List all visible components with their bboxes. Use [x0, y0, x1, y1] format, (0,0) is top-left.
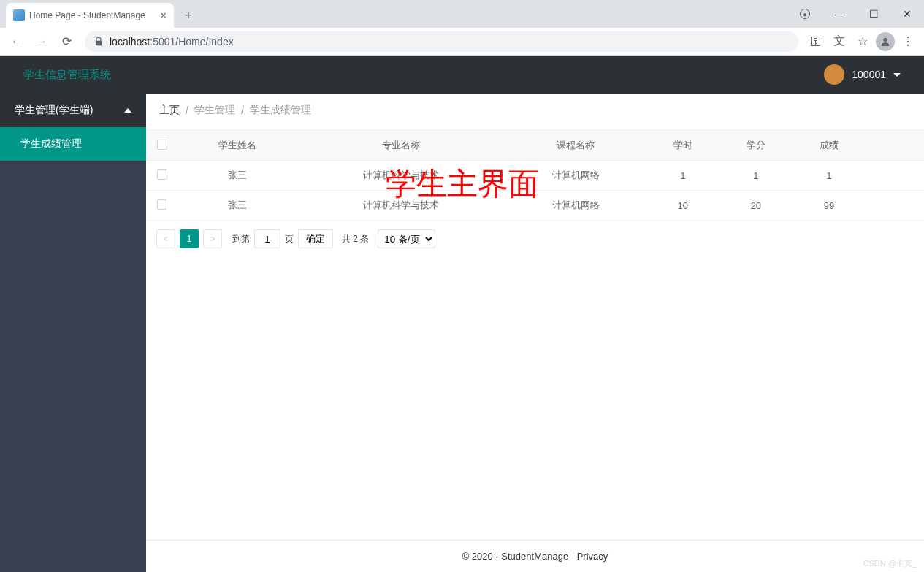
lock-icon — [93, 37, 104, 47]
cell-hours: 10 — [646, 191, 719, 221]
sidebar-group-label: 学生管理(学生端) — [15, 104, 93, 117]
new-tab-button[interactable]: + — [178, 5, 199, 26]
pager-next-button[interactable]: > — [203, 229, 222, 248]
table-row[interactable]: 张三 计算机科学与技术 计算机网络 10 20 99 — [146, 191, 924, 221]
window-maximize-button[interactable]: ☐ — [857, 3, 890, 25]
window-close-button[interactable]: ✕ — [890, 3, 924, 25]
row-checkbox[interactable] — [157, 199, 167, 210]
breadcrumb-l2[interactable]: 学生管理 — [194, 104, 235, 117]
svg-point-0 — [883, 37, 887, 41]
url-text: localhost:5001/Home/Index — [110, 36, 234, 47]
breadcrumb-sep: / — [186, 104, 188, 116]
browser-tab[interactable]: Home Page - StudentManage × — [6, 3, 174, 28]
bookmark-star-icon[interactable]: ☆ — [852, 31, 873, 52]
pager-page-1[interactable]: 1 — [180, 229, 199, 248]
back-button[interactable]: ← — [6, 31, 28, 53]
translate-icon[interactable]: 文 — [829, 31, 849, 52]
cell-credit: 20 — [719, 191, 793, 221]
cell-course: 计算机网络 — [505, 191, 646, 221]
pager-confirm-button[interactable]: 确定 — [298, 229, 333, 248]
breadcrumb-l3: 学生成绩管理 — [250, 104, 311, 117]
footer: © 2020 - StudentManage - Privacy — [146, 540, 924, 572]
th-major: 专业名称 — [297, 131, 505, 161]
sidebar-group-student-manage[interactable]: 学生管理(学生端) — [0, 94, 146, 127]
content-area: 主页 / 学生管理 / 学生成绩管理 学生姓名 专业名称 课程名称 — [146, 94, 924, 572]
forward-button[interactable]: → — [31, 31, 53, 53]
breadcrumb: 主页 / 学生管理 / 学生成绩管理 — [159, 104, 911, 117]
chevron-down-icon — [893, 73, 901, 77]
cell-credit: 1 — [719, 161, 793, 191]
th-course: 课程名称 — [505, 131, 646, 161]
pager-total: 共 2 条 — [342, 233, 369, 245]
window-minimize-button[interactable]: — — [823, 3, 857, 25]
score-table: 学生姓名 专业名称 课程名称 学时 学分 成绩 张三 — [146, 131, 924, 221]
account-circle-icon[interactable]: ● — [800, 9, 810, 19]
cell-name: 张三 — [178, 161, 297, 191]
table-header-row: 学生姓名 专业名称 课程名称 学时 学分 成绩 — [146, 131, 924, 161]
breadcrumb-home[interactable]: 主页 — [159, 104, 180, 117]
pagination: < 1 > 到第 页 确定 共 2 条 10 条/页 — [146, 221, 924, 257]
browser-titlebar: Home Page - StudentManage × + ● — ☐ ✕ — [0, 0, 924, 28]
breadcrumb-sep: / — [241, 104, 244, 116]
user-avatar-icon — [824, 64, 844, 85]
cell-score: 99 — [793, 191, 866, 221]
user-menu[interactable]: 100001 — [824, 64, 901, 85]
th-credit: 学分 — [719, 131, 793, 161]
reload-button[interactable]: ⟳ — [56, 31, 77, 53]
app-root: 学生信息管理系统 100001 学生管理(学生端) 学生成绩管理 — [0, 56, 924, 572]
cell-major: 计算机科学与技术 — [297, 191, 505, 221]
th-name: 学生姓名 — [178, 131, 297, 161]
cell-hours: 1 — [646, 161, 719, 191]
profile-avatar-icon[interactable] — [876, 32, 895, 51]
pager-prev-button[interactable]: < — [156, 229, 175, 248]
address-bar[interactable]: localhost:5001/Home/Index — [85, 31, 798, 52]
top-nav: 学生信息管理系统 100001 — [0, 56, 924, 94]
password-key-icon[interactable]: ⚿ — [806, 31, 826, 52]
cell-score: 1 — [793, 161, 866, 191]
pager-page-suffix: 页 — [285, 233, 294, 245]
th-score: 成绩 — [793, 131, 866, 161]
sidebar-item-score-manage[interactable]: 学生成绩管理 — [0, 127, 146, 161]
pager-page-input[interactable] — [254, 229, 280, 248]
kebab-menu-icon[interactable]: ⋮ — [898, 31, 918, 52]
cell-name: 张三 — [178, 191, 297, 221]
sidebar: 学生管理(学生端) 学生成绩管理 — [0, 94, 146, 572]
pager-to-label: 到第 — [232, 233, 250, 245]
close-tab-icon[interactable]: × — [161, 9, 167, 21]
th-hours: 学时 — [646, 131, 719, 161]
cell-course: 计算机网络 — [505, 161, 646, 191]
table-row[interactable]: 张三 计算机科学与技术 计算机网络 1 1 1 — [146, 161, 924, 191]
select-all-checkbox[interactable] — [157, 140, 167, 150]
user-id: 100001 — [852, 69, 886, 80]
favicon-icon — [13, 9, 25, 21]
chevron-up-icon — [124, 108, 131, 113]
sidebar-item-label: 学生成绩管理 — [20, 137, 82, 149]
cell-major: 计算机科学与技术 — [297, 161, 505, 191]
pager-size-select[interactable]: 10 条/页 — [378, 229, 435, 248]
row-checkbox[interactable] — [157, 169, 167, 180]
tab-title: Home Page - StudentManage — [29, 10, 145, 20]
page-header: 主页 / 学生管理 / 学生成绩管理 — [146, 94, 924, 131]
browser-toolbar: ← → ⟳ localhost:5001/Home/Index ⚿ 文 ☆ ⋮ — [0, 28, 924, 56]
brand-title[interactable]: 学生信息管理系统 — [23, 68, 111, 82]
